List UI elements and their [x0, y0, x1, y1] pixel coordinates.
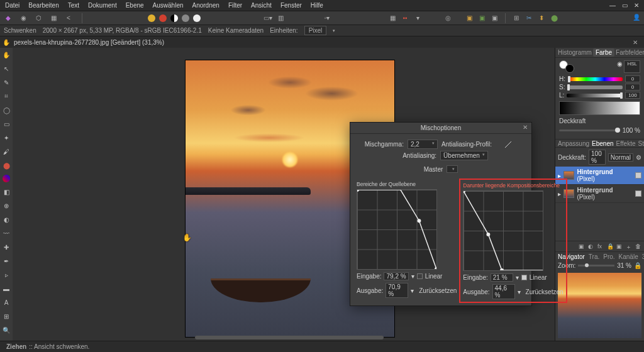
lum-input[interactable] — [625, 92, 640, 99]
delete-layer-icon[interactable]: 🗑 — [635, 243, 641, 250]
marquee-tool-icon[interactable]: ▭ — [2, 119, 11, 128]
view-tool-icon[interactable]: ✋ — [2, 50, 11, 59]
paint-brush-icon[interactable]: 🖌 — [2, 147, 11, 156]
text-tool-icon[interactable]: A — [2, 298, 11, 307]
swatch-bw-icon[interactable] — [170, 14, 178, 22]
close-icon[interactable]: ✕ — [634, 2, 639, 9]
tab-channels[interactable]: Kanäle — [619, 253, 638, 260]
arrange-forward-icon[interactable]: ▣ — [477, 14, 486, 23]
crop-icon[interactable]: ✂ — [525, 14, 533, 23]
user-icon[interactable]: 👤 — [633, 14, 640, 21]
zoom-slider[interactable] — [578, 265, 614, 267]
hue-input[interactable] — [625, 75, 640, 82]
shape-tool-icon[interactable]: ▬ — [2, 284, 11, 293]
lock-layer-icon[interactable]: 🔒 — [607, 243, 613, 250]
sat-slider[interactable] — [567, 85, 623, 89]
stock-icon[interactable]: ⊞ — [512, 14, 521, 23]
maximize-icon[interactable]: ▭ — [622, 2, 628, 9]
add-layer-icon[interactable]: ＋ — [626, 243, 632, 250]
aa-select[interactable]: Übernehmen — [440, 151, 488, 160]
menu-filter[interactable]: Filter — [228, 2, 242, 9]
selection-brush-icon[interactable]: ◯ — [2, 106, 11, 114]
menu-auswaehlen[interactable]: Auswählen — [153, 2, 184, 9]
gradient-tool-icon[interactable] — [3, 175, 10, 182]
underlying-reset-button[interactable]: Zurücksetzen — [526, 289, 564, 295]
lock-children-icon[interactable]: ▫▾ — [323, 14, 331, 23]
fill-tool-icon[interactable]: ⬤ — [2, 161, 11, 170]
tab-transform[interactable]: Tra. — [589, 253, 599, 260]
gamma-select[interactable]: 2,2 — [408, 140, 438, 149]
lum-slider[interactable] — [567, 94, 623, 97]
snap-opts-icon[interactable]: ▪▪ — [401, 14, 409, 23]
navigator-preview[interactable] — [558, 273, 641, 338]
source-input-value[interactable]: 79,2 % — [384, 272, 408, 280]
move-tool-icon[interactable]: ↖ — [2, 64, 11, 73]
underlying-output-value[interactable]: 44,6 % — [492, 284, 515, 299]
mesh-warp-icon[interactable]: ⊞ — [2, 312, 11, 321]
picker-icon[interactable]: ◉ — [617, 60, 623, 73]
resize-icon[interactable]: ⬍ — [537, 14, 546, 23]
swatch-white-icon[interactable] — [193, 14, 201, 22]
color-picker-icon[interactable]: ✎ — [2, 78, 11, 87]
node-tool-icon[interactable]: ▹ — [2, 270, 11, 279]
flood-select-icon[interactable]: ✦ — [2, 133, 11, 142]
chevron-down-icon[interactable]: ▾ — [333, 28, 335, 33]
tab-effekte[interactable]: Effekte — [616, 140, 636, 147]
menu-ebene[interactable]: Ebene — [126, 2, 144, 9]
pen-tool-icon[interactable]: ✒ — [2, 256, 11, 265]
assistant-icon[interactable]: ◎ — [443, 14, 452, 23]
arrange-group-icon[interactable]: ▣ — [490, 14, 499, 23]
opacity-slider[interactable] — [559, 129, 620, 131]
zoom-tool-icon[interactable]: 🔍 — [2, 326, 11, 334]
menu-datei[interactable]: Datei — [5, 2, 19, 9]
tab-histogramm[interactable]: Histogramm — [558, 49, 592, 56]
blend-opts-icon[interactable]: ⚙ — [636, 154, 641, 161]
layer-row[interactable]: ▸ Hintergrund (Pixel) — [555, 167, 644, 185]
blend-mode-select[interactable]: Normal — [608, 153, 633, 162]
menu-ansicht[interactable]: Ansicht — [251, 2, 272, 9]
erase-brush-icon[interactable]: ◧ — [2, 187, 11, 196]
arrange-back-icon[interactable]: ▣ — [465, 14, 474, 23]
underlying-curve[interactable] — [463, 190, 543, 271]
sat-input[interactable] — [625, 84, 640, 91]
selection-mode-icon[interactable]: ▭▾ — [264, 14, 272, 23]
menu-text[interactable]: Text — [68, 2, 79, 9]
menu-hilfe[interactable]: Hilfe — [311, 2, 323, 9]
menu-anordnen[interactable]: Anordnen — [192, 2, 219, 9]
swatch-grey-icon[interactable] — [182, 14, 189, 22]
source-output-value[interactable]: 70,9 % — [386, 283, 408, 298]
source-reset-button[interactable]: Zurücksetzen — [419, 287, 457, 294]
mask-layer-icon[interactable]: ▣ — [579, 243, 585, 250]
group-layer-icon[interactable]: ▣ — [616, 243, 623, 250]
secondary-color-swatch[interactable] — [565, 64, 574, 73]
snapping-icon[interactable]: ▦ — [388, 14, 397, 23]
tab-close-icon[interactable]: ✕ — [633, 39, 638, 46]
underlying-linear-checkbox[interactable] — [521, 275, 527, 280]
aa-profile-curve[interactable] — [496, 141, 521, 148]
smudge-tool-icon[interactable]: 〰 — [2, 229, 11, 238]
adjustment-layer-icon[interactable]: ◐ — [588, 243, 594, 250]
zoom-value[interactable]: 31 % — [617, 262, 631, 269]
tab-stile[interactable]: Stile — [638, 140, 644, 147]
fx-layer-icon[interactable]: fx — [597, 243, 604, 250]
minimize-icon[interactable]: — — [609, 2, 616, 9]
persona-photo-icon[interactable]: ◉ — [19, 14, 28, 23]
master-select[interactable] — [447, 165, 458, 173]
persona-export-icon[interactable]: < — [64, 14, 73, 23]
swatch-red-icon[interactable] — [159, 14, 167, 22]
color-model-select[interactable]: HSL — [624, 60, 640, 73]
layer-visible-checkbox[interactable] — [635, 190, 641, 197]
swatch-yellow-icon[interactable] — [148, 14, 155, 22]
horizontal-scrollbar[interactable] — [195, 336, 384, 339]
clone-brush-icon[interactable]: ⊕ — [2, 201, 11, 210]
dialog-close-icon[interactable]: ✕ — [523, 124, 528, 131]
source-curve[interactable] — [357, 189, 437, 270]
layer-expand-icon[interactable]: ▸ — [558, 172, 561, 179]
layer-row[interactable]: ▸ Hintergrund (Pixel) — [555, 185, 644, 203]
alignment-icon[interactable]: ▾ — [413, 14, 422, 23]
account-icon[interactable]: ⬤ — [550, 14, 558, 23]
menu-bearbeiten[interactable]: Bearbeiten — [28, 2, 58, 9]
underlying-input-value[interactable]: 21 % — [491, 273, 513, 282]
tab-farbe[interactable]: Farbe — [593, 48, 614, 57]
menu-fenster[interactable]: Fenster — [280, 2, 302, 9]
